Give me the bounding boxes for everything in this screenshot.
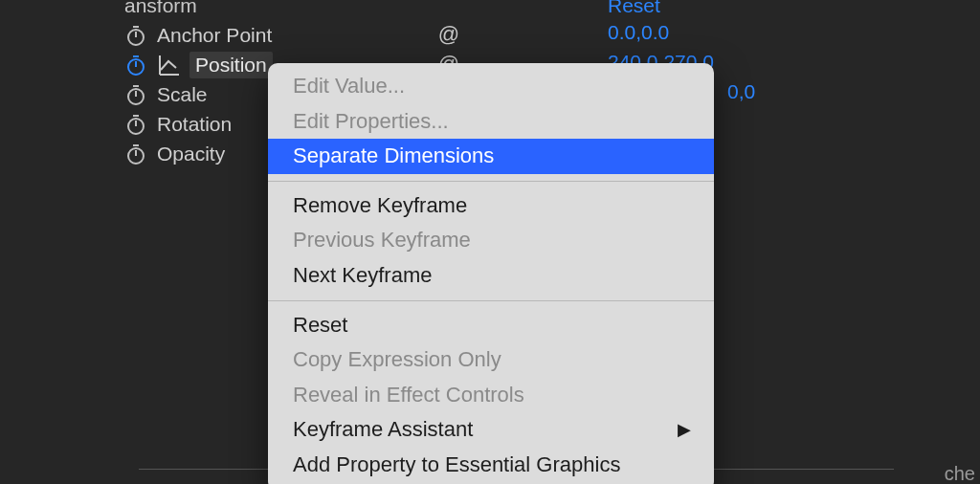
- menu-item-separate-dimensions[interactable]: Separate Dimensions: [268, 139, 714, 174]
- menu-item-next-keyframe[interactable]: Next Keyframe: [268, 258, 714, 294]
- property-row-rotation[interactable]: Rotation: [124, 110, 232, 139]
- property-label: Scale: [157, 83, 208, 106]
- submenu-arrow-icon: ▶: [678, 419, 691, 441]
- property-row-position[interactable]: Position: [124, 51, 273, 79]
- menu-item-remove-keyframe[interactable]: Remove Keyframe: [268, 188, 714, 224]
- menu-item-reveal-in-effect-controls[interactable]: Reveal in Effect Controls: [268, 378, 714, 413]
- property-row-opacity[interactable]: Opacity: [124, 140, 225, 168]
- menu-item-add-to-essential-graphics[interactable]: Add Property to Essential Graphics: [268, 448, 714, 483]
- menu-item-label: Edit Value...: [293, 73, 405, 100]
- graph-editor-icon[interactable]: [157, 53, 182, 77]
- stopwatch-icon[interactable]: [124, 83, 147, 106]
- menu-item-edit-properties[interactable]: Edit Properties...: [268, 104, 714, 140]
- menu-item-label: Previous Keyframe: [293, 227, 471, 254]
- expression-pickwhip-icon[interactable]: @: [435, 21, 462, 48]
- menu-item-copy-expression-only[interactable]: Copy Expression Only: [268, 342, 714, 378]
- property-label: Anchor Point: [157, 24, 272, 47]
- menu-item-label: Edit Properties...: [293, 108, 449, 136]
- property-label: Position: [189, 52, 273, 78]
- menu-separator: [268, 181, 714, 182]
- stopwatch-icon[interactable]: [124, 54, 147, 77]
- property-row-scale[interactable]: Scale: [124, 80, 208, 109]
- menu-item-reset[interactable]: Reset: [268, 308, 714, 343]
- stopwatch-icon[interactable]: [124, 24, 147, 47]
- menu-item-label: Remove Keyframe: [293, 192, 467, 220]
- footer-text-fragment: che: [945, 463, 975, 484]
- stopwatch-icon[interactable]: [124, 143, 147, 165]
- section-header: ansform: [124, 0, 197, 17]
- menu-item-label: Reveal in Effect Controls: [293, 382, 524, 409]
- property-label: Rotation: [157, 113, 232, 136]
- menu-item-previous-keyframe[interactable]: Previous Keyframe: [268, 223, 714, 258]
- menu-item-label: Copy Expression Only: [293, 346, 501, 374]
- reset-link[interactable]: Reset: [608, 0, 660, 17]
- menu-item-label: Add Property to Essential Graphics: [293, 451, 620, 479]
- property-value-scale[interactable]: 0,0: [727, 80, 755, 103]
- menu-item-label: Reset: [293, 312, 347, 340]
- menu-item-label: Next Keyframe: [293, 262, 433, 290]
- property-label: Opacity: [157, 143, 225, 165]
- property-value-anchor-point[interactable]: 0.0,0.0: [608, 21, 669, 44]
- menu-item-label: Keyframe Assistant: [293, 416, 473, 444]
- stopwatch-icon[interactable]: [124, 113, 147, 136]
- property-row-anchor-point[interactable]: Anchor Point: [124, 21, 272, 50]
- menu-item-edit-value[interactable]: Edit Value...: [268, 69, 714, 104]
- context-menu: Edit Value... Edit Properties... Separat…: [268, 63, 714, 484]
- menu-item-label: Separate Dimensions: [293, 143, 494, 170]
- menu-item-keyframe-assistant[interactable]: Keyframe Assistant ▶: [268, 412, 714, 448]
- menu-separator: [268, 300, 714, 301]
